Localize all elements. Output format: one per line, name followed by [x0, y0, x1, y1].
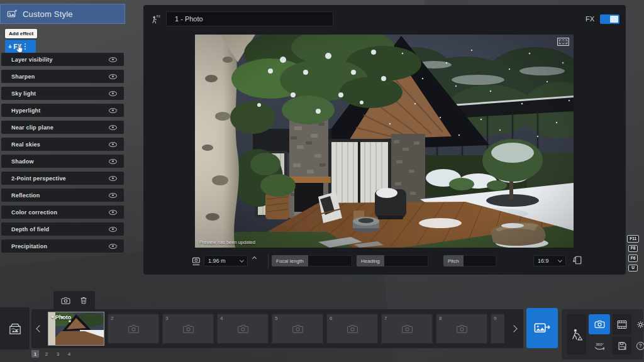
eye-icon[interactable] [109, 244, 117, 249]
effects-list: Layer visibility Sharpen Sky light Hyper… [1, 53, 124, 253]
slot-number: 4 [220, 315, 223, 321]
eye-icon[interactable] [109, 74, 117, 79]
pagination-page-4[interactable]: 4 [65, 350, 73, 358]
strip-scroll-right-zone [504, 309, 523, 348]
empty-photo-slot-3[interactable]: 3 [162, 314, 214, 344]
save-icon [618, 341, 627, 351]
photo-name-input[interactable] [166, 11, 333, 26]
photo-viewport-panel: FX FX [143, 5, 626, 275]
effect-row-depth-of-field[interactable]: Depth of field [1, 222, 124, 236]
hotkey-f8[interactable]: F8 [628, 245, 638, 253]
camera-settings-bar: 1.96 m Focal length Heading Pitch 16:9 [143, 248, 626, 275]
effect-row-2-point-perspective[interactable]: 2-Point perspective [1, 172, 124, 185]
movie-mode-icon [617, 320, 627, 329]
preview-status: Preview has been updated [199, 239, 255, 245]
empty-photo-slot-4[interactable]: 4 [217, 314, 269, 344]
effect-row-precipitation[interactable]: Precipitation [1, 239, 124, 253]
eye-icon[interactable] [109, 142, 117, 147]
eye-icon[interactable] [109, 193, 117, 198]
settings-button[interactable] [634, 314, 644, 334]
empty-photo-slot-6[interactable]: 6 [326, 314, 378, 344]
pagination-page-1[interactable]: 1 [31, 350, 39, 358]
photo-collection-button[interactable] [0, 307, 30, 349]
divider [268, 255, 269, 268]
effect-row-layer-visibility[interactable]: Layer visibility [1, 53, 124, 66]
effect-label: Layer visibility [11, 57, 53, 63]
slot-number: 8 [439, 315, 441, 321]
capture-photo-button[interactable] [61, 297, 70, 305]
effect-label: Precipitation [11, 243, 47, 250]
movie-mode-button[interactable] [613, 314, 631, 334]
panorama-mode-button[interactable]: 360° [589, 337, 610, 354]
render-photo-icon [534, 322, 551, 334]
effect-label: Reflection [11, 192, 40, 199]
trash-icon [80, 296, 87, 305]
photo-mode-button[interactable] [589, 314, 610, 334]
style-header[interactable]: Custom Style [0, 4, 125, 24]
empty-photo-slot-7[interactable]: 7 [381, 314, 433, 344]
more-options-icon[interactable] [25, 43, 26, 50]
hotkey-f11[interactable]: F11 [627, 235, 639, 243]
eye-icon[interactable] [109, 176, 117, 181]
photo-thumbnail-1-active[interactable]: • Photo [48, 312, 104, 346]
eye-icon[interactable] [109, 159, 117, 164]
effect-row-color-correction[interactable]: Color correction [1, 206, 124, 219]
pitch-field: Pitch [443, 255, 496, 266]
effect-label: Depth of field [11, 226, 49, 233]
pagination-page-3[interactable]: 3 [54, 350, 62, 358]
thumb-slots: 2 3 4 5 6 7 8 [108, 314, 519, 344]
delete-photo-button[interactable] [80, 296, 87, 305]
height-increase-chevron-up-icon[interactable] [252, 256, 257, 261]
strip-scroll-left-chevron-icon[interactable] [36, 325, 43, 332]
eye-icon[interactable] [109, 210, 117, 215]
effect-row-near-clip-plane[interactable]: Near clip plane [1, 121, 124, 134]
eye-icon[interactable] [109, 125, 117, 130]
pagination-page-2[interactable]: 2 [43, 350, 50, 358]
effect-row-sky-light[interactable]: Sky light [1, 87, 124, 100]
effect-label: Sky light [11, 90, 36, 97]
effect-row-real-skies[interactable]: Real skies [1, 138, 124, 151]
fullscreen-icon[interactable] [557, 38, 569, 46]
camera-height-select[interactable]: 1.96 m [204, 255, 248, 266]
eye-icon[interactable] [109, 57, 117, 62]
effect-row-reflection[interactable]: Reflection [1, 189, 124, 202]
viewport-toolbar: FX FX [143, 9, 626, 29]
mode-panel: 360° ? [562, 309, 643, 359]
help-button[interactable]: ? [634, 337, 644, 354]
help-icon: ? [636, 342, 644, 350]
aspect-ratio-select[interactable]: 16:9 [533, 255, 566, 266]
fx-toggle[interactable] [600, 14, 619, 24]
chevron-down-icon [240, 258, 244, 262]
empty-photo-slot-5[interactable]: 5 [272, 314, 323, 344]
slot-number: 2 [111, 315, 113, 321]
pitch-input[interactable] [464, 255, 496, 266]
thumbnail-toolbar [53, 291, 95, 310]
effect-row-shadow[interactable]: Shadow [1, 155, 124, 168]
eye-icon[interactable] [109, 91, 117, 96]
eye-icon[interactable] [109, 227, 117, 232]
hotkey-f6[interactable]: F6 [628, 255, 638, 262]
empty-photo-slot-8[interactable]: 8 [436, 314, 487, 344]
camera-height-icon [191, 256, 202, 266]
effect-row-sharpen[interactable]: Sharpen [1, 70, 124, 83]
camera-icon [292, 324, 304, 334]
strip-scroll-right-chevron-icon[interactable] [510, 325, 517, 332]
orientation-icon[interactable] [572, 255, 582, 265]
render-preview-image [195, 35, 574, 248]
eye-icon[interactable] [109, 108, 117, 113]
hotkey-badges: F11F8F6U [627, 235, 639, 272]
heading-field: Heading [357, 255, 428, 266]
empty-photo-slot-2[interactable]: 2 [108, 314, 159, 344]
pagination: 1234 [31, 350, 73, 358]
effect-label: Hyperlight [11, 107, 41, 114]
render-photo-button[interactable] [526, 308, 558, 348]
add-effect-tooltip: Add effect [5, 29, 37, 38]
save-button[interactable] [613, 337, 631, 354]
render-preview: Preview has been updated [195, 35, 574, 248]
build-mode-button[interactable] [567, 314, 586, 354]
style-title: Custom Style [23, 9, 73, 19]
effect-row-hyperlight[interactable]: Hyperlight [1, 104, 124, 117]
focal-length-input[interactable] [308, 255, 352, 266]
hotkey-u[interactable]: U [628, 265, 638, 272]
heading-input[interactable] [384, 255, 428, 266]
